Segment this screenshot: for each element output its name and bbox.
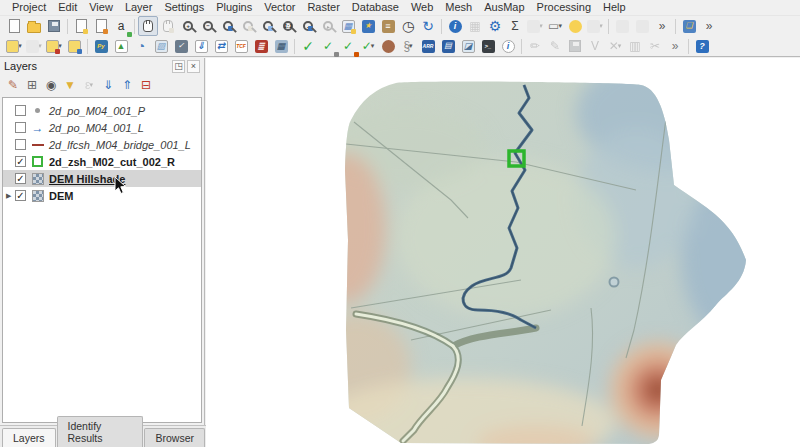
menu-processing[interactable]: Processing: [531, 0, 597, 15]
layer-visibility-checkbox[interactable]: ✓: [15, 156, 26, 167]
zoom-out-icon[interactable]: −: [198, 16, 218, 36]
menu-mesh[interactable]: Mesh: [439, 0, 478, 15]
pan-to-selection-icon[interactable]: [158, 16, 178, 36]
delete-selected-icon[interactable]: ✕▾: [605, 36, 625, 56]
zoom-native-icon[interactable]: 1:1: [278, 16, 298, 36]
cut-features-icon[interactable]: ✂: [645, 36, 665, 56]
label-pin-icon[interactable]: [632, 16, 652, 36]
measure-icon[interactable]: ▭▾: [545, 16, 565, 36]
check-model-icon[interactable]: ✓: [298, 36, 318, 56]
zoom-to-layer-icon[interactable]: [258, 16, 278, 36]
new-project-icon[interactable]: [4, 16, 24, 36]
menu-web[interactable]: Web: [405, 0, 439, 15]
select-by-location-icon[interactable]: [64, 36, 84, 56]
layer-row-2d-lfcsh-m04-bridge-001-l[interactable]: 2d_lfcsh_M04_bridge_001_L: [3, 136, 201, 153]
add-group-icon[interactable]: ⊞: [23, 76, 41, 94]
menu-help[interactable]: Help: [597, 0, 632, 15]
statistics-icon[interactable]: Σ: [505, 16, 525, 36]
show-layout-manager-icon[interactable]: [91, 16, 111, 36]
zoom-last-icon[interactable]: ◂: [298, 16, 318, 36]
toolbar-overflow2-icon[interactable]: »: [699, 16, 719, 36]
select-features-icon[interactable]: ▾: [4, 36, 24, 56]
select-by-form-icon[interactable]: ▾: [44, 36, 64, 56]
manage-map-themes-icon[interactable]: ◉: [42, 76, 60, 94]
expand-all-icon[interactable]: ⇓: [99, 76, 117, 94]
menu-settings[interactable]: Settings: [158, 0, 210, 15]
edit-overflow-icon[interactable]: »: [665, 36, 685, 56]
save-edits-icon[interactable]: [565, 36, 585, 56]
style-manager-icon[interactable]: a: [111, 16, 131, 36]
panel-dock-icon[interactable]: ◳: [172, 60, 185, 73]
panel-close-icon[interactable]: ×: [187, 60, 200, 73]
open-project-icon[interactable]: [24, 16, 44, 36]
python-console-icon[interactable]: Py: [91, 36, 111, 56]
temporal-controller-icon[interactable]: ◷: [398, 16, 418, 36]
map-canvas[interactable]: [206, 58, 800, 447]
tuflow-shield-icon[interactable]: ✓: [171, 36, 191, 56]
refresh-map-icon[interactable]: ↻: [418, 16, 438, 36]
tab-layers[interactable]: Layers: [2, 428, 56, 447]
new-bookmark-icon[interactable]: ★: [358, 16, 378, 36]
tab-browser[interactable]: Browser: [144, 428, 205, 447]
help-icon[interactable]: ?: [692, 36, 712, 56]
zoom-to-selection-icon[interactable]: [238, 16, 258, 36]
menu-ausmap[interactable]: AusMap: [478, 0, 530, 15]
save-project-icon[interactable]: [44, 16, 64, 36]
layer-row-2d-po-m04-001-p[interactable]: 2d_po_M04_001_P: [3, 102, 201, 119]
tab-identify-results[interactable]: Identify Results: [57, 416, 144, 447]
tuflow-map-icon[interactable]: ▨: [151, 36, 171, 56]
collapse-all-icon[interactable]: ⇑: [118, 76, 136, 94]
identify-features-icon[interactable]: i: [445, 16, 465, 36]
tcf-tool-icon[interactable]: TCF: [231, 36, 251, 56]
layer-row-dem-hillshade[interactable]: ✓DEM Hillshade: [3, 170, 201, 187]
check-menu-icon[interactable]: ✓▾: [358, 36, 378, 56]
toolbar-overflow-icon[interactable]: »: [652, 16, 672, 36]
tuflow-stack-icon[interactable]: ≣: [251, 36, 271, 56]
vertex-tool-icon[interactable]: V: [585, 36, 605, 56]
layer-visibility-checkbox[interactable]: [15, 105, 26, 116]
deselect-features-icon[interactable]: ▾: [24, 36, 44, 56]
check-1d-icon[interactable]: ✓: [338, 36, 358, 56]
zoom-full-extent-icon[interactable]: [218, 16, 238, 36]
remove-layer-icon[interactable]: ⊟: [137, 76, 155, 94]
attribute-table-icon[interactable]: ▦: [465, 16, 485, 36]
menu-vector[interactable]: Vector: [258, 0, 301, 15]
data-source-manager-icon[interactable]: ▾: [525, 16, 545, 36]
menu-layer[interactable]: Layer: [119, 0, 159, 15]
filter-legend-icon[interactable]: ▼: [61, 76, 79, 94]
zoom-extra-icon[interactable]: ▾: [585, 16, 605, 36]
paperclip-tools-icon[interactable]: §▾: [398, 36, 418, 56]
menu-edit[interactable]: Edit: [52, 0, 83, 15]
new-map-view-icon[interactable]: ▦: [338, 16, 358, 36]
menu-raster[interactable]: Raster: [301, 0, 345, 15]
import-model-icon[interactable]: ⇄: [211, 36, 231, 56]
processing-toolbox-icon[interactable]: ⚙: [485, 16, 505, 36]
pan-map-icon[interactable]: [138, 16, 158, 36]
menu-project[interactable]: Project: [6, 0, 52, 15]
copy-features-icon[interactable]: ▥: [625, 36, 645, 56]
open-layer-styling-icon[interactable]: ✎: [4, 76, 22, 94]
layer-visibility-checkbox[interactable]: [15, 139, 26, 150]
layer-visibility-checkbox[interactable]: ✓: [15, 190, 26, 201]
expand-arrow-icon[interactable]: ▶: [6, 192, 15, 200]
arr-flag-icon[interactable]: ▤: [438, 36, 458, 56]
tuflow-grid-icon[interactable]: ▦: [271, 36, 291, 56]
show-bookmarks-icon[interactable]: ≡: [378, 16, 398, 36]
arr-tool-icon[interactable]: ARR: [418, 36, 438, 56]
layer-row-2d-zsh-m02-cut-002-r[interactable]: ✓2d_zsh_M02_cut_002_R: [3, 153, 201, 170]
toggle-editing-icon[interactable]: ✏: [525, 36, 545, 56]
add-feature-icon[interactable]: ✎: [545, 36, 565, 56]
import-empty-files-icon[interactable]: ⇓: [191, 36, 211, 56]
check-q-icon[interactable]: ✓: [318, 36, 338, 56]
layer-visibility-checkbox[interactable]: [15, 122, 26, 133]
tuflow-terrain-icon[interactable]: ▲: [111, 36, 131, 56]
menu-view[interactable]: View: [83, 0, 119, 15]
tuflow-help-icon[interactable]: i: [498, 36, 518, 56]
tuflow-gauge-icon[interactable]: ◔: [131, 36, 151, 56]
layer-visibility-checkbox[interactable]: ✓: [15, 173, 26, 184]
filter-expression-icon[interactable]: ε▾: [80, 76, 98, 94]
add-layer-group-icon[interactable]: ❏: [679, 16, 699, 36]
kangaroo-tuflow-icon[interactable]: [378, 36, 398, 56]
menu-plugins[interactable]: Plugins: [210, 0, 258, 15]
menu-database[interactable]: Database: [346, 0, 405, 15]
